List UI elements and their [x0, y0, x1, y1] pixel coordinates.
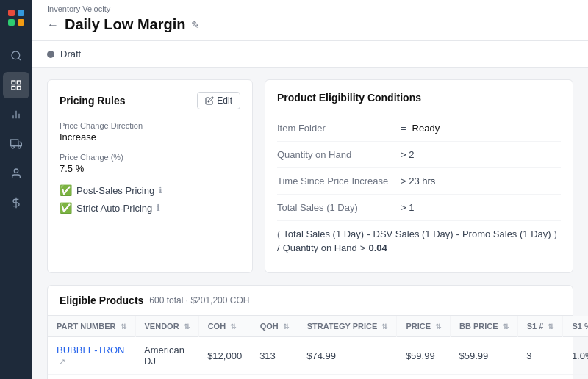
status-bar: Draft	[32, 41, 588, 68]
cell-part-number: BUBBLE-TRON ↗	[48, 337, 135, 375]
sort-icon-part[interactable]: ⇅	[121, 322, 126, 331]
chart-nav-icon[interactable]	[3, 101, 29, 128]
strict-auto-check-icon: ✅	[60, 202, 72, 214]
post-sales-info-icon[interactable]: ℹ	[159, 185, 162, 195]
post-sales-label: Post-Sales Pricing	[76, 185, 154, 196]
col-strategy-price: STRATEGY PRICE ⇅	[298, 316, 397, 337]
cell-s1-pct: 1.0%	[563, 337, 588, 375]
cell-coh: $12,000	[198, 337, 251, 375]
eligibility-title: Product Eligibility Conditions	[277, 92, 421, 104]
table-row: NDDA0013 ↗ Swifters $11,011 323 $34.99 $…	[48, 375, 588, 380]
price-change-direction-label: Price Change Direction	[60, 121, 240, 130]
table-row: BUBBLE-TRON ↗ American DJ $12,000 313 $7…	[48, 337, 588, 375]
svg-point-17	[14, 169, 18, 173]
cell-bb-price: $59.99	[451, 337, 518, 375]
cell-bb-price: $24.99	[451, 375, 518, 380]
col-s1-num: S1 # ⇅	[517, 316, 563, 337]
cell-s1-num: 3	[517, 375, 563, 380]
truck-nav-icon[interactable]	[3, 131, 29, 157]
col-qoh: QOH ⇅	[251, 316, 298, 337]
condition-time-since: Time Since Price Increase > 23 hrs	[277, 168, 561, 195]
svg-rect-0	[8, 10, 15, 16]
formula-row: ( Total Sales (1 Day) - DSV Sales (1 Day…	[277, 221, 561, 261]
page-header: Inventory Velocity ← Daily Low Margin ✎	[32, 0, 588, 41]
strict-auto-row: ✅ Strict Auto-Pricing ℹ	[60, 202, 240, 214]
strict-auto-info-icon[interactable]: ℹ	[157, 203, 160, 213]
page-title: Daily Low Margin	[65, 16, 185, 33]
post-sales-row: ✅ Post-Sales Pricing ℹ	[60, 184, 240, 196]
user-nav-icon[interactable]	[3, 160, 29, 187]
col-part-number: PART NUMBER ⇅	[48, 316, 135, 337]
products-title: Eligible Products	[60, 295, 143, 306]
cell-strategy-price: $74.99	[298, 337, 397, 375]
svg-marker-14	[18, 142, 22, 145]
cell-coh: $11,011	[198, 375, 251, 380]
cell-vendor: American DJ	[135, 337, 198, 375]
cell-s1-num: 3	[517, 337, 563, 375]
back-button[interactable]: ←	[47, 18, 59, 32]
eligible-products-section: Eligible Products 600 total · $201,200 C…	[47, 285, 573, 379]
pricing-rules-title: Pricing Rules	[60, 95, 125, 107]
condition-total-sales: Total Sales (1 Day) > 1	[277, 195, 561, 221]
sidebar	[0, 0, 32, 379]
strict-auto-label: Strict Auto-Pricing	[76, 203, 152, 214]
price-change-pct-label: Price Change (%)	[60, 153, 240, 162]
eligibility-card: Product Eligibility Conditions Item Fold…	[265, 79, 573, 273]
price-change-direction-value: Increase	[60, 131, 240, 142]
svg-point-4	[12, 51, 20, 59]
products-header: Eligible Products 600 total · $201,200 C…	[48, 286, 573, 316]
svg-rect-9	[17, 86, 21, 90]
svg-rect-13	[11, 140, 18, 146]
cell-price: $59.99	[397, 337, 451, 375]
external-link-icon[interactable]: ↗	[59, 357, 65, 366]
price-change-pct-field: Price Change (%) 7.5 %	[60, 153, 240, 174]
table-header-row: PART NUMBER ⇅ VENDOR ⇅ COH ⇅ QOH ⇅ STRAT…	[48, 316, 588, 337]
svg-point-15	[12, 146, 14, 148]
cards-row: Pricing Rules Edit Price Change Directio…	[47, 79, 573, 273]
pricing-rules-edit-button[interactable]: Edit	[197, 92, 240, 109]
condition-sales-label: Total Sales (1 Day)	[277, 202, 395, 213]
col-coh: COH ⇅	[198, 316, 251, 337]
edit-button-label: Edit	[217, 95, 232, 106]
main-content: Inventory Velocity ← Daily Low Margin ✎ …	[32, 0, 588, 379]
search-nav-icon[interactable]	[3, 43, 29, 69]
pricing-rules-card: Pricing Rules Edit Price Change Directio…	[47, 79, 253, 273]
condition-time-label: Time Since Price Increase	[277, 176, 395, 187]
sort-icon-s1n[interactable]: ⇅	[548, 322, 553, 331]
svg-rect-8	[12, 86, 15, 90]
condition-qty-on-hand: Quantity on Hand > 2	[277, 142, 561, 168]
svg-line-5	[18, 58, 21, 60]
svg-rect-3	[18, 19, 24, 26]
cell-qoh: 313	[251, 337, 298, 375]
svg-rect-1	[18, 10, 24, 16]
svg-rect-2	[8, 19, 15, 26]
cell-vendor: Swifters	[135, 375, 198, 380]
sort-icon-bb[interactable]: ⇅	[503, 322, 509, 331]
condition-item-folder: Item Folder = Ready	[277, 115, 561, 142]
grid-nav-icon[interactable]	[3, 72, 29, 98]
status-label: Draft	[60, 48, 81, 59]
svg-rect-7	[17, 81, 21, 84]
sort-icon-price[interactable]: ⇅	[435, 322, 441, 331]
col-bb-price: BB PRICE ⇅	[451, 316, 518, 337]
products-meta: 600 total · $201,200 COH	[149, 295, 249, 306]
edit-pencil-icon	[205, 96, 214, 105]
products-table: PART NUMBER ⇅ VENDOR ⇅ COH ⇅ QOH ⇅ STRAT…	[48, 316, 588, 379]
condition-qty-label: Quantity on Hand	[277, 149, 395, 160]
app-logo	[6, 7, 26, 28]
title-edit-icon[interactable]: ✎	[191, 19, 200, 31]
content-area: Pricing Rules Edit Price Change Directio…	[32, 68, 588, 379]
breadcrumb: Inventory Velocity	[47, 0, 573, 13]
eligibility-header: Product Eligibility Conditions	[277, 92, 561, 104]
sort-icon-qoh[interactable]: ⇅	[283, 322, 289, 331]
sort-icon-vendor[interactable]: ⇅	[184, 322, 190, 331]
cell-s1-pct: 1.1%	[563, 375, 588, 380]
cell-part-number: NDDA0013 ↗	[48, 375, 135, 380]
col-price: PRICE ⇅	[397, 316, 451, 337]
dollar-nav-icon[interactable]	[3, 190, 29, 216]
pricing-rules-header: Pricing Rules Edit	[60, 92, 240, 109]
cell-strategy-price: $34.99	[298, 375, 397, 380]
sort-icon-coh[interactable]: ⇅	[230, 322, 236, 331]
sort-icon-strategy[interactable]: ⇅	[381, 322, 387, 331]
part-link[interactable]: BUBBLE-TRON	[57, 344, 124, 355]
